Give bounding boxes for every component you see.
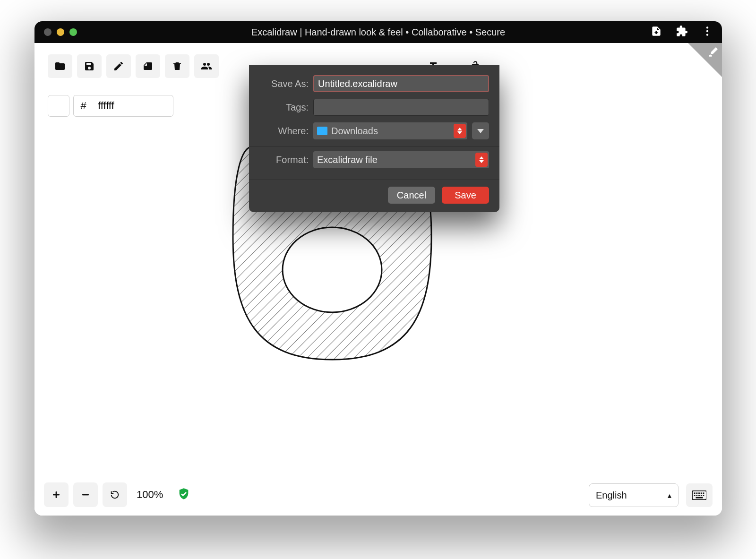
more-menu-icon[interactable]	[701, 25, 713, 40]
zoom-window-button[interactable]	[69, 28, 77, 36]
svg-point-1	[706, 30, 708, 32]
svg-point-0	[706, 26, 708, 28]
export-button[interactable]	[136, 54, 160, 78]
cancel-button[interactable]: Cancel	[388, 187, 435, 204]
svg-rect-7	[694, 492, 696, 494]
save-as-input[interactable]	[313, 75, 489, 92]
minus-icon	[80, 490, 91, 500]
export-icon	[142, 60, 154, 72]
hash-prefix: #	[73, 95, 93, 117]
titlebar: Excalidraw | Hand-drawn look & feel • Co…	[34, 21, 722, 43]
save-button[interactable]: Save	[442, 187, 489, 204]
file-toolbar	[44, 51, 223, 82]
svg-point-2	[706, 34, 708, 35]
language-select[interactable]: English	[589, 483, 679, 507]
language-value: English	[596, 490, 627, 501]
footer-right: English	[589, 483, 713, 507]
background-color-picker: #	[44, 91, 177, 120]
edit-icon	[113, 60, 124, 72]
svg-rect-9	[698, 492, 700, 494]
hex-input[interactable]	[93, 95, 173, 117]
stepper-icon	[475, 153, 488, 167]
folder-open-icon	[54, 60, 66, 72]
svg-rect-17	[696, 497, 703, 499]
zoom-controls: 100%	[44, 482, 190, 507]
svg-rect-15	[701, 495, 702, 496]
svg-rect-14	[698, 495, 700, 496]
install-app-icon[interactable]	[650, 25, 662, 40]
brush-icon[interactable]	[707, 46, 719, 60]
close-window-button[interactable]	[44, 28, 52, 36]
save-button[interactable]	[77, 54, 102, 78]
format-select[interactable]: Excalidraw file	[313, 151, 489, 168]
trash-icon	[172, 60, 183, 72]
svg-rect-16	[703, 495, 704, 496]
zoom-in-button[interactable]	[44, 482, 69, 507]
svg-rect-10	[701, 492, 702, 494]
svg-rect-13	[696, 495, 697, 496]
window-title: Excalidraw | Hand-drawn look & feel • Co…	[34, 27, 722, 38]
tags-input[interactable]	[313, 99, 489, 116]
format-value: Excalidraw file	[317, 155, 378, 165]
svg-point-4	[283, 227, 382, 312]
reset-icon	[110, 490, 120, 500]
app-surface: 8 # Floppy	[34, 43, 722, 516]
where-select[interactable]: Downloads	[313, 122, 467, 139]
users-icon	[201, 60, 212, 72]
save-as-button[interactable]	[106, 54, 131, 78]
floppy-save-icon	[84, 60, 95, 72]
format-label: Format:	[259, 155, 309, 165]
svg-rect-12	[694, 495, 696, 496]
color-swatch[interactable]	[48, 95, 69, 117]
secure-shield-icon[interactable]	[177, 487, 190, 502]
zoom-out-button[interactable]	[73, 482, 98, 507]
save-as-label: Save As:	[259, 78, 309, 89]
svg-rect-11	[703, 492, 704, 494]
extensions-icon[interactable]	[676, 25, 688, 40]
svg-rect-8	[696, 492, 697, 494]
app-window: Excalidraw | Hand-drawn look & feel • Co…	[34, 21, 722, 516]
save-dialog: Save As: Tags: Where: Downloads	[249, 65, 499, 212]
window-controls	[34, 28, 77, 36]
tags-label: Tags:	[259, 102, 309, 113]
clear-button[interactable]	[165, 54, 189, 78]
where-label: Where:	[259, 126, 309, 137]
keyboard-shortcuts-button[interactable]	[686, 483, 713, 507]
zoom-level: 100%	[137, 489, 163, 501]
stepper-icon	[454, 124, 466, 138]
minimize-window-button[interactable]	[57, 28, 64, 36]
expand-dialog-button[interactable]	[472, 122, 489, 139]
plus-icon	[51, 490, 61, 500]
open-button[interactable]	[48, 54, 72, 78]
keyboard-icon	[692, 490, 706, 500]
collaborate-button[interactable]	[194, 54, 219, 78]
folder-icon	[317, 127, 327, 135]
zoom-reset-button[interactable]	[103, 482, 127, 507]
where-value: Downloads	[331, 126, 378, 137]
